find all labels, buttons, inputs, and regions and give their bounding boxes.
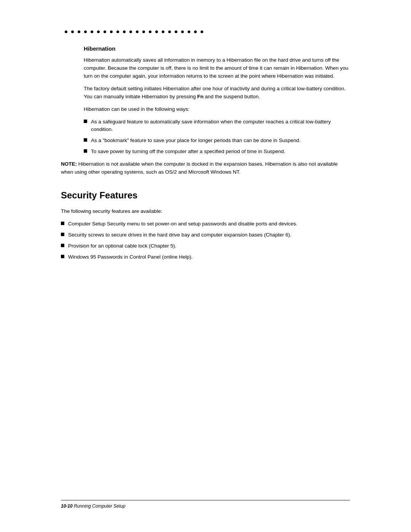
bullet-icon: [61, 255, 64, 258]
dots-row: (function() { const data = JSON.parse(do…: [61, 30, 350, 33]
dot: [78, 30, 80, 33]
hibernation-fn-key: Fn: [197, 94, 204, 99]
bullet-text: Computer Setup Security menu to set powe…: [68, 220, 350, 228]
bullet-icon: [61, 222, 64, 225]
hibernation-bullet-list: As a safeguard feature to automatically …: [61, 118, 350, 156]
bullet-icon: [84, 138, 87, 142]
footer: 10-10 Running Computer Setup: [61, 500, 350, 509]
bullet-icon: [84, 149, 87, 153]
note-label: NOTE:: [61, 161, 77, 167]
list-item: Security screws to secure drives in the …: [61, 231, 350, 239]
bullet-text: Security screws to secure drives in the …: [68, 231, 350, 239]
dot: [71, 30, 74, 33]
bullet-icon: [61, 244, 64, 247]
dot: [65, 30, 67, 33]
list-item: Computer Setup Security menu to set powe…: [61, 220, 350, 228]
dot: [91, 30, 93, 33]
dot: [97, 30, 100, 33]
list-item: Windows 95 Passwords in Control Panel (o…: [61, 253, 350, 261]
bullet-text: Windows 95 Passwords in Control Panel (o…: [68, 253, 350, 261]
hibernation-paragraph2-text2: and the suspend button.: [204, 94, 260, 99]
bullet-text: To save power by turning off the compute…: [91, 148, 350, 156]
dot: [84, 30, 87, 33]
dot: [155, 30, 158, 33]
bullet-text: As a "bookmark" feature to save your pla…: [91, 137, 350, 145]
dot: [168, 30, 171, 33]
note-content: Hibernation is not available when the co…: [61, 161, 338, 175]
hibernation-paragraph2: The factory default setting initiates Hi…: [61, 85, 350, 101]
footer-page-ref: 10-10: [61, 503, 73, 509]
dot: [194, 30, 197, 33]
hibernation-section: Hibernation Hibernation automatically sa…: [61, 45, 350, 176]
hibernation-paragraph3: Hibernation can be used in the following…: [61, 105, 350, 113]
hibernation-heading: Hibernation: [61, 45, 350, 52]
dot: [149, 30, 151, 33]
dot: [142, 30, 145, 33]
bullet-text: Provision for an optional cable lock (Ch…: [68, 242, 350, 250]
list-item: As a "bookmark" feature to save your pla…: [84, 137, 350, 145]
page: (function() { const data = JSON.parse(do…: [0, 0, 411, 532]
dot: [175, 30, 177, 33]
dot: [181, 30, 184, 33]
dot: [116, 30, 119, 33]
security-bullet-list: Computer Setup Security menu to set powe…: [61, 220, 350, 261]
dot: [188, 30, 190, 33]
security-section: Security Features The following security…: [61, 190, 350, 261]
dot: [162, 30, 164, 33]
security-heading: Security Features: [61, 190, 350, 201]
hibernation-paragraph1: Hibernation automatically saves all info…: [61, 56, 350, 80]
dot: [201, 30, 203, 33]
dot: [129, 30, 132, 33]
bullet-text: As a safeguard feature to automatically …: [91, 118, 350, 134]
list-item: To save power by turning off the compute…: [84, 148, 350, 156]
bullet-icon: [61, 233, 64, 236]
dot: [123, 30, 126, 33]
bullet-icon: [84, 120, 87, 123]
dot: [104, 30, 106, 33]
footer-title: Running Computer Setup: [74, 503, 125, 509]
dot: [110, 30, 113, 33]
security-paragraph1: The following security features are avai…: [61, 208, 350, 216]
dot: [136, 30, 139, 33]
list-item: Provision for an optional cable lock (Ch…: [61, 242, 350, 250]
list-item: As a safeguard feature to automatically …: [84, 118, 350, 134]
footer-text: 10-10 Running Computer Setup: [61, 503, 125, 509]
hibernation-note: NOTE: Hibernation is not available when …: [61, 160, 350, 176]
